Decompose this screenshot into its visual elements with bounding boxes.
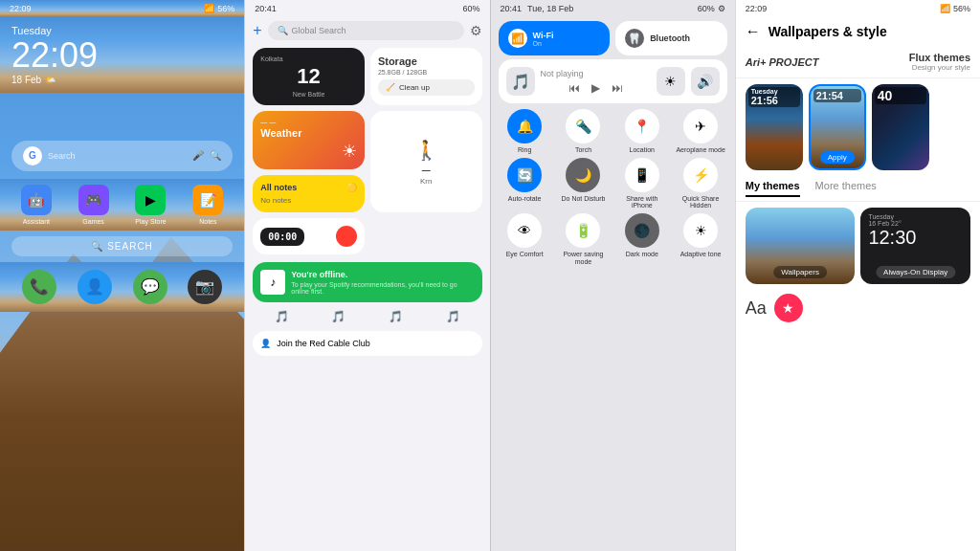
share-iphone-icon: 📱 (625, 158, 659, 192)
music-note-2: 🎵 (331, 310, 345, 323)
app-notes[interactable]: 📝 Notes (192, 185, 223, 225)
storage-widget[interactable]: Storage 25.8GB / 128GB 🧹 Clean up (370, 48, 482, 105)
apply-button[interactable]: Apply (820, 151, 855, 164)
aeroplane-control[interactable]: ✈ Aeroplane mode (674, 109, 726, 154)
tab-my-themes[interactable]: My themes (746, 180, 800, 197)
home-time-display: Tuesday 22:09 18 Feb 🌤️ (0, 17, 244, 93)
search-btn-text: 🔍 SEARCH (91, 241, 152, 252)
flux-banner[interactable]: Ari+ PROJECT Flux themes Design your sty… (736, 46, 980, 78)
status-bar-panel2: 20:41 60% (245, 0, 489, 17)
settings-icon[interactable]: ⚙ (470, 23, 482, 38)
quickshare-label: Quick Share Hidden (674, 195, 726, 209)
wifi-icon-p4: 📶 (940, 4, 950, 13)
back-icon[interactable]: ← (746, 23, 761, 40)
autorotate-control[interactable]: 🔄 Auto-rotate (499, 158, 551, 209)
font-preview[interactable]: Aa (746, 298, 767, 319)
storage-used: 25.8GB / 128GB (378, 69, 475, 76)
clock-widget[interactable]: Kolkata 12 New Battle (253, 48, 365, 105)
volume-icon: 🔊 (691, 67, 720, 96)
torch-control[interactable]: 🔦 Torch (557, 109, 610, 154)
playstore-icon: ▶ (135, 185, 166, 215)
notes-widget[interactable]: All notes 🟡 No notes (253, 175, 365, 212)
dnd-control[interactable]: 🌙 Do Not Disturb (557, 158, 610, 209)
wifi-label: Wi-Fi (533, 31, 554, 40)
share-iphone-control[interactable]: 📱 Share with iPhone (615, 158, 668, 209)
font-section: Aa ★ (736, 290, 980, 326)
clock-time: 12 (260, 64, 357, 89)
music-note-3: 🎵 (389, 310, 403, 323)
flux-brand: Ari+ PROJECT (746, 56, 819, 68)
recorder-record-btn[interactable] (336, 226, 357, 247)
app-games[interactable]: 🎮 Games (78, 185, 109, 225)
lens-icon[interactable]: 🔍 (210, 150, 221, 161)
torch-icon: 🔦 (566, 109, 600, 143)
app-grid: 🤖 Assistant 🎮 Games ▶ Play Store 📝 Notes (0, 179, 244, 231)
always-on-display-item[interactable]: Tuesday16 Feb 22° 12:30 Always-On Displa… (860, 208, 970, 284)
dnd-icon: 🌙 (566, 158, 600, 192)
app-playstore[interactable]: ▶ Play Store (135, 185, 166, 225)
dock-camera[interactable]: 📷 (188, 270, 222, 304)
adaptive-control[interactable]: ☀ Adaptive tone (674, 213, 726, 265)
drawer-search[interactable]: 🔍 Global Search (268, 21, 464, 40)
dock-contacts[interactable]: 👤 (78, 270, 112, 304)
powersaving-control[interactable]: 🔋 Power saving mode (557, 213, 610, 265)
app-assistant[interactable]: 🤖 Assistant (21, 185, 52, 225)
red-cable-card[interactable]: 👤 Join the Red Cable Club (253, 331, 481, 356)
steps-name: Krn (420, 177, 432, 186)
broom-icon: 🧹 (386, 83, 395, 92)
mic-icon[interactable]: 🎤 (192, 150, 204, 161)
bluetooth-toggle[interactable]: 🦷 Bluetooth (615, 21, 727, 55)
prev-icon[interactable]: ⏮ (568, 81, 580, 95)
theme-card-3[interactable]: 40 (872, 84, 929, 170)
red-cable-text: Join the Red Cable Club (277, 339, 370, 348)
control-grid-row2: 🔄 Auto-rotate 🌙 Do Not Disturb 📱 Share w… (491, 154, 735, 209)
wallpapers-header: ← Wallpapers & style (736, 17, 980, 46)
battery-p2: 60% (462, 4, 479, 13)
location-control[interactable]: 📍 Location (615, 109, 668, 154)
ring-label: Ring (518, 146, 531, 154)
steps-icon: 🚶 (414, 139, 438, 162)
wallpapers-item[interactable]: Wallpapers (746, 208, 856, 284)
status-time-p2: 20:41 (255, 4, 277, 13)
panel-wallpapers-style: 22:09 📶 56% ← Wallpapers & style Ari+ PR… (735, 0, 980, 551)
add-icon[interactable]: + (253, 22, 261, 39)
spotify-widget[interactable]: ♪ You're offline. To play your Spotify r… (253, 262, 481, 302)
steps-count: — (422, 165, 431, 175)
play-icon[interactable]: ▶ (591, 81, 600, 95)
widget-grid: Kolkata 12 New Battle Storage 25.8GB / 1… (245, 44, 489, 258)
media-player[interactable]: 🎵 Not playing ⏮ ▶ ⏭ ☀ 🔊 (499, 59, 727, 103)
aeroplane-icon: ✈ (683, 109, 718, 143)
next-icon[interactable]: ⏭ (612, 81, 623, 95)
quickshare-control[interactable]: ⚡ Quick Share Hidden (674, 158, 726, 209)
aod-date: Tuesday16 Feb 22° (868, 213, 963, 227)
tab-more-themes[interactable]: More themes (815, 180, 877, 197)
search-button[interactable]: 🔍 SEARCH (11, 236, 233, 256)
ring-icon: 🔔 (507, 109, 542, 143)
theme-card-2[interactable]: 21:54 Apply (809, 84, 866, 170)
wifi-toggle[interactable]: 📶 Wi-Fi On (499, 21, 611, 55)
eyecomfort-label: Eye Comfort (506, 251, 544, 258)
style-accent-icon[interactable]: ★ (774, 294, 803, 322)
steps-widget[interactable]: 🚶 — Krn (370, 111, 482, 212)
powersaving-label: Power saving mode (557, 251, 610, 265)
autorotate-icon: 🔄 (507, 158, 542, 192)
control-grid-row1: 🔔 Ring 🔦 Torch 📍 Location ✈ Aeroplane mo… (491, 109, 735, 154)
dnd-label: Do Not Disturb (562, 195, 606, 203)
dock-phone[interactable]: 📞 (22, 270, 56, 304)
dock-messages[interactable]: 💬 (133, 270, 167, 304)
theme-card-1[interactable]: Tuesday21:56 (746, 84, 803, 170)
weather-widget[interactable]: — — Weather ☀ (253, 111, 365, 169)
settings-gear-p3[interactable]: ⚙ (718, 4, 725, 13)
home-search-bar[interactable]: G Search 🎤 🔍 (11, 141, 233, 171)
flux-info: Flux themes Design your style (909, 52, 970, 72)
storage-cleanup-btn[interactable]: 🧹 Clean up (378, 79, 475, 96)
wallpaper-grid: Wallpapers Tuesday16 Feb 22° 12:30 Alway… (736, 202, 980, 290)
star-icon: ★ (782, 300, 794, 316)
ring-control[interactable]: 🔔 Ring (499, 109, 551, 154)
torch-label: Torch (575, 146, 591, 154)
eyecomfort-control[interactable]: 👁 Eye Comfort (499, 213, 551, 265)
recorder-widget[interactable]: 00:00 (253, 218, 365, 254)
darkmode-control[interactable]: 🌑 Dark mode (615, 213, 668, 265)
status-icons-p1: 📶 56% (204, 4, 234, 13)
weather-icon: 🌤️ (44, 75, 56, 85)
